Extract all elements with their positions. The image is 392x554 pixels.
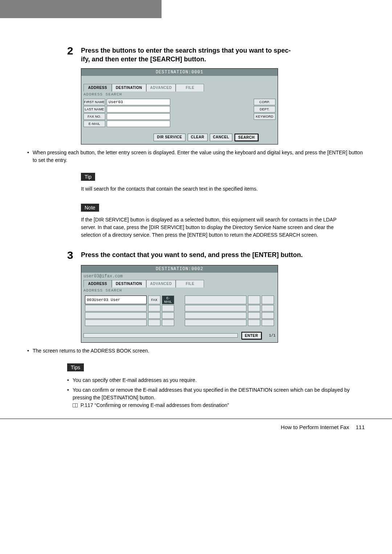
- result-body: 003User03 User FAX E-MAIL: [81, 293, 278, 330]
- corp-button[interactable]: CORP.: [254, 99, 275, 105]
- footer-text: How to Perform Internet Fax: [281, 424, 349, 430]
- step-3-title: Press the contact that you want to send,…: [81, 250, 303, 259]
- result-row-1: 003User03 User FAX E-MAIL: [85, 296, 274, 304]
- result-row-3: [85, 312, 274, 319]
- tab-address-1[interactable]: ADDRESS: [83, 84, 112, 91]
- tab-destination-1[interactable]: DESTINATION: [112, 84, 146, 91]
- last-name-field[interactable]: [107, 106, 170, 113]
- result-row-2: [85, 305, 274, 311]
- last-name-button[interactable]: LAST NAME: [83, 106, 105, 113]
- note-tag: Note: [81, 204, 99, 212]
- enter-button[interactable]: ENTER: [241, 332, 262, 339]
- header-tab-area: [0, 0, 162, 18]
- footer-page: 111: [356, 424, 365, 430]
- result-empty-2e[interactable]: [248, 305, 260, 311]
- address-search-label-1: ADDRESS SEARCH: [81, 91, 278, 97]
- dept-button[interactable]: DEPT.: [254, 106, 275, 113]
- tips-bullet-2-text: You can confirm or remove the E-mail add…: [73, 387, 350, 400]
- result-empty-4d[interactable]: [185, 319, 246, 326]
- result-empty-4e[interactable]: [248, 319, 260, 326]
- step-3-number: 3: [67, 250, 81, 261]
- address-search-screenshot: DESTINATION:0001 ADDRESS DESTINATION ADV…: [81, 68, 278, 144]
- result-empty-4a[interactable]: [85, 319, 147, 326]
- page-indicator: 1/1: [269, 334, 275, 338]
- email-field[interactable]: [107, 121, 170, 127]
- tab-row-2: ADDRESS DESTINATION ADVANCED FILE: [81, 280, 278, 288]
- tab-row-1: ADDRESS DESTINATION ADVANCED FILE: [81, 84, 278, 91]
- bullet-dot: •: [27, 149, 29, 164]
- step-2: 2 Press the buttons to enter the search …: [67, 45, 365, 64]
- tab-address-2[interactable]: ADDRESS: [83, 280, 112, 288]
- step-3: 3 Press the contact that you want to sen…: [67, 250, 365, 261]
- tip-text: It will search for the contacts that con…: [81, 185, 350, 193]
- email-button[interactable]: E-MAIL: [83, 121, 105, 127]
- cancel-button[interactable]: CANCEL: [210, 134, 233, 141]
- step-2-number: 2: [67, 45, 81, 56]
- tab-advanced-1[interactable]: ADVANCED: [146, 84, 176, 91]
- dest-title-1: DESTINATION:0001: [81, 69, 278, 76]
- result-empty-2a[interactable]: [85, 305, 147, 311]
- step3-bullet-text: The screen returns to the ADDRESS BOOK s…: [33, 347, 149, 355]
- result-screenshot: DESTINATION:0002 user03@ifax.com ADDRESS…: [81, 265, 278, 343]
- result-empty-3b[interactable]: [148, 312, 160, 319]
- step2-bullet: • When pressing each button, the letter …: [27, 149, 365, 164]
- dest-line-2: user03@ifax.com: [81, 273, 278, 280]
- result-empty-3f[interactable]: [262, 312, 274, 319]
- result-empty-3c[interactable]: [162, 312, 174, 319]
- dir-service-button[interactable]: DIR SERVICE: [154, 134, 185, 141]
- faxno-field[interactable]: [107, 113, 170, 120]
- dest-title-2: DESTINATION:0002: [81, 265, 278, 273]
- result-empty-1b[interactable]: [248, 296, 260, 304]
- address-search-label-2: ADDRESS SEARCH: [81, 288, 278, 293]
- bullet-dot-2: •: [27, 347, 29, 355]
- first-name-button[interactable]: FIRST NAME: [83, 99, 105, 105]
- result-table: 003User03 User FAX E-MAIL: [83, 295, 275, 327]
- tab-advanced-2[interactable]: ADVANCED: [146, 280, 176, 288]
- result-fax-1[interactable]: FAX: [148, 296, 160, 304]
- tips-tag: Tips: [67, 363, 84, 371]
- result-empty-2b[interactable]: [148, 305, 160, 311]
- header-blank: [162, 0, 392, 18]
- tab-destination-2[interactable]: DESTINATION: [112, 280, 146, 288]
- result-name-1[interactable]: 003User03 User: [85, 296, 147, 304]
- page-footer: How to Perform Internet Fax 111: [0, 419, 392, 441]
- faxno-button[interactable]: FAX NO.: [83, 113, 105, 120]
- action-row-1: DIR SERVICE CLEAR CANCEL SEARCH: [81, 131, 278, 144]
- step3-bullet: • The screen returns to the ADDRESS BOOK…: [27, 347, 365, 355]
- result-bottom: ENTER 1/1: [81, 330, 278, 342]
- result-empty-2d[interactable]: [185, 305, 246, 311]
- tab-file-1[interactable]: FILE: [176, 84, 204, 91]
- tab-file-2[interactable]: FILE: [176, 280, 204, 288]
- result-empty-4b[interactable]: [148, 319, 160, 326]
- book-icon: [73, 403, 78, 407]
- tips-ref: P.117 “Confirming or removing E-mail add…: [81, 402, 229, 408]
- result-empty-1c[interactable]: [262, 296, 274, 304]
- result-empty-1a[interactable]: [185, 296, 246, 304]
- result-empty-3e[interactable]: [248, 312, 260, 319]
- result-empty-2c[interactable]: [162, 305, 174, 311]
- step-2-title: Press the buttons to enter the search st…: [81, 45, 291, 64]
- keyword-button[interactable]: KEYWORD: [254, 113, 275, 120]
- result-row-4: [85, 319, 274, 326]
- search-button[interactable]: SEARCH: [234, 134, 258, 141]
- result-email-1[interactable]: E-MAIL: [162, 296, 174, 304]
- result-empty-3d[interactable]: [185, 312, 246, 319]
- header-bar: [0, 0, 392, 18]
- result-empty-3a[interactable]: [85, 312, 147, 319]
- scroll-strip[interactable]: [83, 333, 238, 338]
- clear-button[interactable]: CLEAR: [188, 134, 208, 141]
- tips-bullet-1: • You can specify other E-mail addresses…: [67, 376, 350, 384]
- tips-bullet-1-text: You can specify other E-mail addresses a…: [73, 376, 197, 384]
- dest-gap-1: [81, 76, 278, 84]
- tip-tag: Tip: [81, 173, 95, 181]
- page-body: 2 Press the buttons to enter the search …: [0, 18, 392, 419]
- note-text: If the [DIR SERVICE] button is displayed…: [81, 216, 350, 239]
- first-name-field[interactable]: User03: [107, 99, 170, 105]
- step2-bullet-text: When pressing each button, the letter en…: [33, 149, 365, 164]
- result-empty-2f[interactable]: [262, 305, 274, 311]
- tips-bullet-2: • You can confirm or remove the E-mail a…: [67, 386, 350, 409]
- result-empty-4c[interactable]: [162, 319, 174, 326]
- result-empty-4f[interactable]: [262, 319, 274, 326]
- search-form: FIRST NAME User03 CORP. LAST NAME DEPT. …: [81, 97, 278, 131]
